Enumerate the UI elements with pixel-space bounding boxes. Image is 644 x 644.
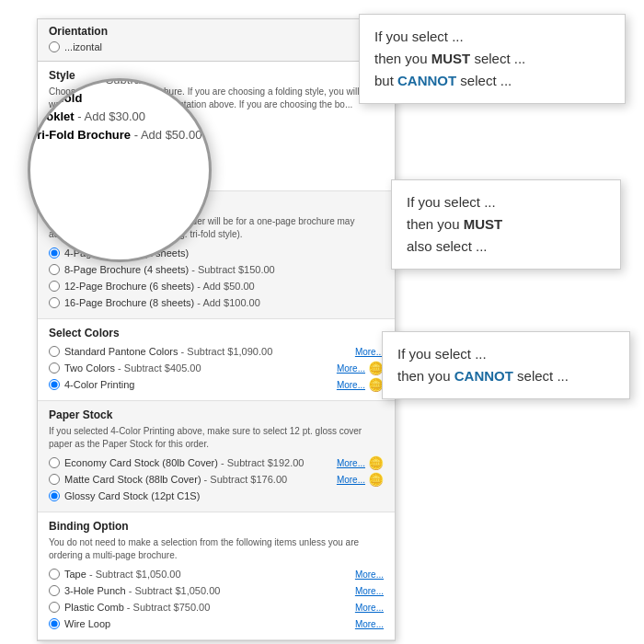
radio-item: 3-Hole Punch - Subtract $1,050.00 <box>49 585 220 596</box>
radio-row: 8-Page Brochure (4 sheets) - Subtract $1… <box>49 261 384 278</box>
radio-item: Plastic Comb - Subtract $750.00 <box>49 602 210 613</box>
binding-radio[interactable] <box>49 602 60 613</box>
radio-label: Two Colors - Subtract $405.00 <box>64 362 201 374</box>
magnifier-circle: Style Choose a style for your brochure. … <box>28 78 212 262</box>
paper-desc: If you selected 4-Color Printing above, … <box>49 425 384 451</box>
orientation-option: ...izontal <box>49 41 384 52</box>
magnifier-radio-item: Tri-Fold Brochure - Add $50.00 <box>28 128 212 142</box>
binding-section: Binding Option You do not need to make a… <box>38 512 395 640</box>
radio-item: 8-Page Brochure (4 sheets) - Subtract $1… <box>49 264 275 275</box>
binding-desc: You do not need to make a selection from… <box>49 536 384 562</box>
magnifier-content: Style Choose a style for your brochure. … <box>28 78 212 155</box>
radio-item: Economy Card Stock (80lb Cover) - Subtra… <box>49 457 304 468</box>
paper-options: Economy Card Stock (80lb Cover) - Subtra… <box>49 454 384 504</box>
callout-1: If you select ... then you MUST select .… <box>359 14 626 104</box>
callout1-line3: but CANNOT select ... <box>374 70 610 92</box>
radio-item: 12-Page Brochure (6 sheets) - Add $50.00 <box>49 281 255 292</box>
coin-icon: 🪙 <box>368 472 384 487</box>
pages-radio[interactable] <box>49 264 60 275</box>
colors-radio[interactable] <box>49 362 60 374</box>
coin-icon: 🪙 <box>368 455 384 470</box>
paper-section: Paper Stock If you selected 4-Color Prin… <box>38 401 395 512</box>
radio-item: Standard Pantone Colors - Subtract $1,09… <box>49 346 272 357</box>
callout3-line1: If you select ... <box>397 343 615 365</box>
more-link[interactable]: More... <box>337 458 365 468</box>
radio-label: Standard Pantone Colors - Subtract $1,09… <box>64 346 272 357</box>
more-coin-group: More...🪙 <box>337 361 384 375</box>
callout-3: If you select ... then you CANNOT select… <box>382 331 630 399</box>
binding-radio[interactable] <box>49 569 60 580</box>
binding-title: Binding Option <box>49 520 384 533</box>
radio-label: Matte Card Stock (88lb Cover) - Subtract… <box>64 474 287 485</box>
more-link[interactable]: More... <box>355 586 384 596</box>
radio-row: Two Colors - Subtract $405.00More...🪙 <box>49 360 384 376</box>
radio-row: Wire LoopMore... <box>49 615 384 632</box>
callout2-line2: then you MUST <box>407 213 605 236</box>
more-coin-group: More... <box>355 619 384 629</box>
radio-label: 12-Page Brochure (6 sheets) - Add $50.00 <box>64 281 255 292</box>
binding-radio[interactable] <box>49 618 60 629</box>
radio-label: 16-Page Brochure (8 sheets) - Add $100.0… <box>64 297 260 308</box>
more-coin-group: More...🪙 <box>337 455 384 470</box>
radio-label: Plastic Comb - Subtract $750.00 <box>64 602 210 613</box>
magnifier-radio-item: Bookfold <box>28 91 212 105</box>
colors-radio[interactable] <box>49 346 60 357</box>
radio-row: Economy Card Stock (80lb Cover) - Subtra… <box>49 454 384 471</box>
callout1-line1: If you select ... <box>374 26 610 48</box>
magnifier-label: Tri-Fold Brochure - Add $50.00 <box>30 128 201 142</box>
radio-row: Standard Pantone Colors - Subtract $1,09… <box>49 343 384 360</box>
callout2-must: MUST <box>464 216 503 232</box>
more-coin-group: More...🪙 <box>337 377 384 392</box>
callout1-cannot: CANNOT <box>397 73 456 88</box>
paper-radio[interactable] <box>49 474 60 485</box>
radio-row: 3-Hole Punch - Subtract $1,050.00More... <box>49 582 384 599</box>
more-link[interactable]: More... <box>355 603 384 613</box>
paper-radio[interactable] <box>49 490 60 501</box>
radio-item: Glossy Card Stock (12pt C1S) <box>49 490 200 501</box>
colors-section: Select Colors Standard Pantone Colors - … <box>38 319 395 401</box>
pages-radio[interactable] <box>49 281 60 292</box>
pages-radio[interactable] <box>49 297 60 308</box>
radio-item: Wire Loop <box>49 618 110 629</box>
more-link[interactable]: More... <box>337 380 365 390</box>
colors-radio[interactable] <box>49 379 60 390</box>
radio-label: Economy Card Stock (80lb Cover) - Subtra… <box>64 457 304 468</box>
orientation-label: ...izontal <box>64 41 102 52</box>
more-link[interactable]: More... <box>337 475 365 485</box>
radio-label: 8-Page Brochure (4 sheets) - Subtract $1… <box>64 264 275 275</box>
magnifier-label: Booklet - Add $30.00 <box>30 109 145 123</box>
colors-options: Standard Pantone Colors - Subtract $1,09… <box>49 343 384 393</box>
callout-2: If you select ... then you MUST also sel… <box>391 179 621 270</box>
paper-title: Paper Stock <box>49 408 384 421</box>
orientation-title: Orientation <box>49 25 384 38</box>
magnifier-label: Bookfold <box>30 91 82 105</box>
more-link[interactable]: More... <box>337 363 365 374</box>
radio-label: Tape - Subtract $1,050.00 <box>64 569 181 580</box>
magnifier-radio-item: Booklet - Add $30.00 <box>28 109 212 123</box>
radio-item: Two Colors - Subtract $405.00 <box>49 362 201 374</box>
more-link[interactable]: More... <box>355 619 384 629</box>
radio-row: Plastic Comb - Subtract $750.00More... <box>49 599 384 615</box>
radio-row: 12-Page Brochure (6 sheets) - Add $50.00 <box>49 278 384 294</box>
more-coin-group: More... <box>355 569 384 580</box>
more-coin-group: More... <box>355 347 384 357</box>
orientation-radio[interactable] <box>49 41 60 52</box>
callout3-cannot: CANNOT <box>454 368 513 384</box>
radio-item: 16-Page Brochure (8 sheets) - Add $100.0… <box>49 297 260 308</box>
callout2-line3: also select ... <box>407 236 605 258</box>
more-link[interactable]: More... <box>355 569 384 580</box>
callout1-must: MUST <box>431 51 471 66</box>
radio-row: 4-Color PrintingMore...🪙 <box>49 376 384 393</box>
paper-radio[interactable] <box>49 457 60 468</box>
more-link[interactable]: More... <box>355 347 384 357</box>
radio-row: Tape - Subtract $1,050.00More... <box>49 566 384 582</box>
radio-label: 4-Color Printing <box>64 379 134 390</box>
binding-options: Tape - Subtract $1,050.00More...3-Hole P… <box>49 566 384 632</box>
radio-item: Tape - Subtract $1,050.00 <box>49 569 181 580</box>
callout2-line1: If you select ... <box>407 191 605 213</box>
pages-radio[interactable] <box>49 247 60 259</box>
radio-row: Matte Card Stock (88lb Cover) - Subtract… <box>49 471 384 488</box>
magnifier-options: Spec Sheet - Subtract $50.00BookfoldBook… <box>28 78 212 142</box>
callout3-line2: then you CANNOT select ... <box>397 365 615 387</box>
binding-radio[interactable] <box>49 585 60 596</box>
